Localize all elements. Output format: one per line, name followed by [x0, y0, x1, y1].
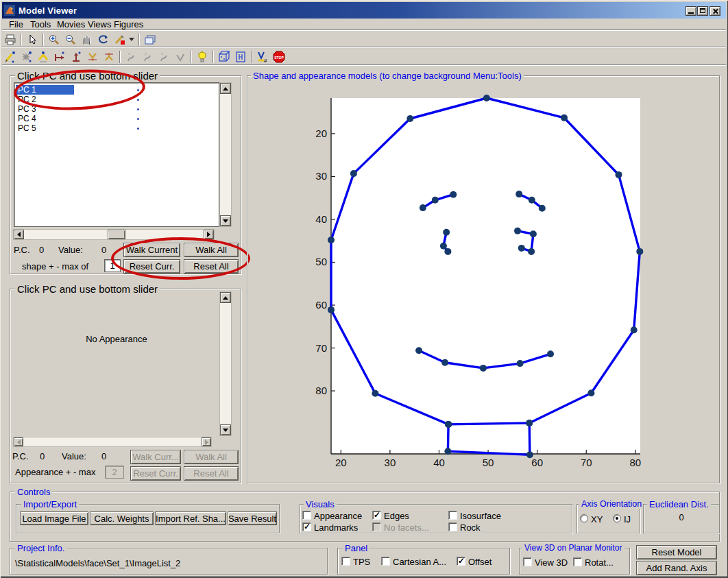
scroll-down-button[interactable]: [220, 215, 231, 226]
cartesian-checkbox[interactable]: [381, 557, 390, 566]
title-bar[interactable]: Model Viewer: [2, 2, 726, 19]
isosurface-checkbox[interactable]: [448, 511, 457, 520]
walk-all-button-disabled: Walk All: [184, 450, 239, 464]
scroll-down-button[interactable]: [220, 424, 231, 435]
pc-number: 0: [39, 245, 44, 255]
zoom-in-icon[interactable]: [46, 32, 62, 47]
cursor-icon[interactable]: [24, 32, 40, 47]
app-icon: [4, 5, 15, 16]
euclidean-value: 0: [643, 512, 720, 522]
rock-checkbox[interactable]: [448, 522, 457, 531]
stop-icon[interactable]: STOP: [271, 49, 287, 64]
slider-right-button: [202, 437, 211, 446]
cube-wire-icon[interactable]: [232, 49, 249, 64]
curve-v-icon[interactable]: [172, 49, 189, 64]
svg-text:60: 60: [531, 457, 543, 468]
annotation-ellipse-walk-buttons: [111, 237, 250, 280]
maximize-button[interactable]: [697, 6, 708, 16]
pc-item-value-dot: [137, 99, 139, 101]
svg-text:z: z: [161, 51, 163, 56]
svg-text:70: 70: [581, 457, 592, 468]
menu-file[interactable]: File: [9, 19, 23, 29]
spread-up-icon[interactable]: [101, 49, 117, 64]
svg-text:#: #: [264, 58, 267, 64]
svg-text:30: 30: [315, 170, 327, 182]
offset-checkbox[interactable]: [457, 557, 465, 566]
window-title: Model Viewer: [19, 5, 77, 16]
landmark-number-icon[interactable]: #: [254, 49, 271, 64]
svg-text:50: 50: [483, 457, 494, 468]
xy-radio[interactable]: [580, 514, 588, 522]
value-number: 0: [101, 245, 106, 255]
landmark-points-icon[interactable]: [19, 49, 35, 64]
brush-dropdown-icon[interactable]: [128, 32, 136, 47]
save-result-button[interactable]: Save Result: [228, 511, 277, 525]
svg-text:80: 80: [629, 457, 641, 468]
menu-views[interactable]: Views: [88, 19, 111, 29]
slider-thumb[interactable]: [108, 230, 125, 239]
svg-text:20: 20: [315, 128, 327, 139]
view3d-checkbox[interactable]: [523, 557, 532, 566]
pc-list-item-5[interactable]: PC 5: [16, 123, 36, 133]
xy-radio-label: XY: [591, 514, 603, 525]
new-figure-icon[interactable]: [142, 32, 158, 47]
menu-figures[interactable]: Figures: [114, 19, 143, 29]
tps-checkbox[interactable]: [341, 557, 350, 566]
appearance-checkbox-label: Appearance: [314, 511, 362, 521]
calc-weights-button[interactable]: Calc. Weights: [90, 511, 154, 525]
pc-list-item-4[interactable]: PC 4: [16, 114, 36, 123]
tools-toolbar: x y z # STOP: [2, 48, 726, 65]
slider-left-button: [14, 437, 23, 446]
divider: [2, 64, 726, 66]
add-rand-axis-button[interactable]: Add Rand. Axis: [636, 561, 717, 575]
curve-z-icon[interactable]: z: [156, 49, 172, 64]
appearance-max-field: 2: [105, 466, 124, 479]
pc-list-vscrollbar[interactable]: [219, 82, 232, 227]
model-plot-canvas[interactable]: 2030405060708020304050607080: [302, 91, 721, 470]
load-image-button[interactable]: Load Image File: [20, 511, 88, 525]
euclidean-title: Euclidean Dist.: [647, 499, 711, 509]
print-icon[interactable]: [2, 32, 19, 47]
cartesian-checkbox-label: Cartesian A...: [393, 557, 446, 567]
pc-number: 0: [40, 451, 45, 461]
reset-model-button[interactable]: Reset Model: [636, 545, 717, 559]
slider-right-button[interactable]: [204, 230, 214, 239]
translate-y-icon[interactable]: [68, 49, 84, 64]
spread-down-icon[interactable]: [84, 49, 101, 64]
curve-x-icon[interactable]: x: [123, 49, 139, 64]
menu-movies[interactable]: Movies: [57, 19, 85, 29]
svg-text:70: 70: [315, 342, 327, 354]
scroll-up-button[interactable]: [220, 292, 231, 303]
rotate-3d-icon[interactable]: [95, 32, 112, 47]
slider-left-button[interactable]: [14, 230, 24, 239]
svg-text:50: 50: [315, 256, 327, 267]
pan-hand-icon[interactable]: [79, 32, 95, 47]
translate-x-icon[interactable]: [51, 49, 68, 64]
tps-checkbox-label: TPS: [353, 557, 370, 567]
close-button[interactable]: [709, 6, 720, 16]
rotate-checkbox[interactable]: [573, 557, 582, 566]
appearance-checkbox[interactable]: [302, 511, 311, 520]
svg-text:x: x: [128, 51, 130, 56]
appearance-list-vscrollbar[interactable]: [219, 291, 232, 436]
curve-y-icon[interactable]: y: [139, 49, 156, 64]
ij-radio[interactable]: [613, 514, 621, 522]
view3d-title: View 3D on Planar Monitor: [522, 543, 624, 553]
minimize-button[interactable]: [685, 6, 696, 16]
scroll-up-button[interactable]: [220, 83, 231, 94]
value-label: Value:: [62, 451, 86, 461]
landmark-angle-icon[interactable]: [35, 49, 51, 64]
menu-tools[interactable]: Tools: [30, 19, 51, 29]
brush-colors-icon[interactable]: [112, 32, 128, 47]
edges-checkbox[interactable]: [372, 511, 381, 520]
import-ref-button[interactable]: Import Ref. Sha...: [155, 511, 226, 525]
value-label: Value:: [58, 245, 83, 255]
zoom-out-icon[interactable]: [62, 32, 79, 47]
cube-solid-icon[interactable]: [216, 49, 232, 64]
landmarks-checkbox[interactable]: [302, 522, 311, 531]
appearance-pc-title: Click PC and use bottom slider: [15, 283, 160, 295]
light-bulb-icon[interactable]: [194, 49, 210, 64]
landmark-pen-icon[interactable]: [2, 49, 19, 64]
svg-text:30: 30: [385, 457, 396, 468]
svg-text:STOP: STOP: [274, 55, 284, 59]
